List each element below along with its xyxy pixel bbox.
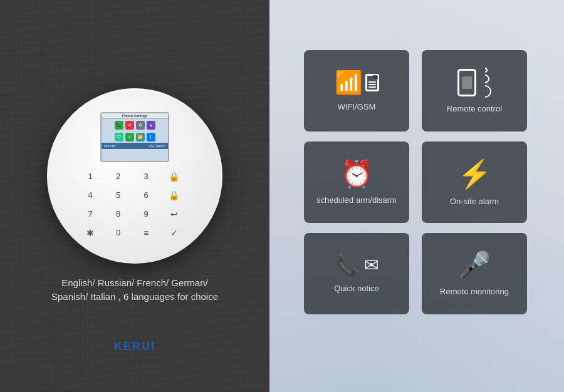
screen-icons-row1: 📞 ✕ ⚙ ● [112, 119, 158, 131]
phone-shape [457, 69, 476, 96]
key-1[interactable]: 1 [81, 170, 99, 183]
key-4[interactable]: 4 [81, 188, 99, 202]
sim-lines [368, 81, 376, 88]
keypad: 1 2 3 🔒 4 5 6 🔒 7 8 9 ↩ ✱ 0 ≡ ✓ [81, 170, 188, 240]
key-2[interactable]: 2 [110, 170, 127, 183]
notice-icons: 📞 ✉ [335, 254, 379, 277]
signal-waves-container [479, 68, 491, 98]
feature-remote-control: Remote control [422, 50, 527, 132]
wave-medium [479, 73, 491, 85]
key-3[interactable]: 3 [137, 170, 155, 183]
left-panel: Phone Settings 📞 ✕ ⚙ ● 🛡 ✓ 📶 ℹ ok.Enter … [0, 0, 269, 392]
clock-icon: ⏰ [340, 158, 373, 189]
scheduled-arm-label: scheduled arm/disarm [316, 195, 397, 206]
wifi-icon: 📶 [335, 70, 363, 96]
wifi-gsm-label: WIFI/GSM [338, 102, 376, 113]
quick-notice-label: Quick notice [334, 284, 379, 294]
screen-icon-dot: ● [147, 121, 155, 130]
remote-control-icon [457, 68, 491, 98]
notice-phone-icon: 📞 [335, 254, 360, 277]
brand-label: KERUI [114, 340, 155, 353]
key-check[interactable]: ✓ [165, 226, 183, 240]
screen-icon-wifi: 📶 [136, 133, 145, 142]
sim-icon [365, 74, 379, 91]
feature-scheduled-arm: ⏰ scheduled arm/disarm [304, 142, 409, 223]
right-panel: 📶 WIFI/GSM [269, 0, 564, 392]
feature-wifi-gsm: 📶 WIFI/GSM [304, 50, 409, 132]
feature-on-site-alarm: ⚡ On-site alarm [422, 142, 527, 223]
screen-icons-row2: 🛡 ✓ 📶 ℹ [112, 131, 158, 143]
screen-icon-gear: ⚙ [136, 121, 145, 130]
screen-icon-check: ✓ [125, 133, 134, 142]
wave-large [476, 82, 494, 100]
screen-bottom-bar: ok.Enter ESC.Return [102, 143, 168, 149]
sim-line1 [368, 81, 376, 83]
screen-icon-shield: 🛡 [115, 133, 123, 142]
key-7[interactable]: 7 [81, 207, 99, 221]
language-text: English/ Russian/ French/ German/ Spanis… [51, 276, 218, 304]
device: Phone Settings 📞 ✕ ⚙ ● 🛡 ✓ 📶 ℹ ok.Enter … [47, 88, 222, 264]
wave-small [481, 66, 488, 73]
wifi-sim-icon: 📶 [335, 70, 379, 96]
feature-remote-monitoring: 🎤 Remote monitoring [422, 233, 527, 314]
notice-envelope-icon: ✉ [364, 255, 379, 276]
screen-icon-phone: 📞 [115, 121, 123, 130]
feature-quick-notice: 📞 ✉ Quick notice [304, 233, 409, 314]
language-line1: English/ Russian/ French/ German/ [51, 276, 218, 291]
key-9[interactable]: 9 [137, 207, 155, 221]
language-line2: Spanish/ Italian , 6 languages for choic… [51, 290, 218, 304]
key-lock[interactable]: 🔒 [165, 170, 183, 183]
key-8[interactable]: 8 [110, 207, 127, 221]
lightning-icon: ⚡ [457, 158, 492, 190]
sim-line3 [368, 86, 376, 88]
key-star[interactable]: ✱ [81, 226, 99, 240]
remote-monitoring-label: Remote monitoring [440, 287, 509, 297]
key-back[interactable]: ↩ [165, 207, 183, 221]
key-5[interactable]: 5 [110, 188, 127, 202]
screen-title: Phone Settings [102, 113, 168, 119]
device-screen: Phone Settings 📞 ✕ ⚙ ● 🛡 ✓ 📶 ℹ ok.Enter … [100, 112, 169, 162]
remote-control-label: Remote control [447, 104, 502, 115]
sim-line2 [368, 84, 376, 85]
key-6[interactable]: 6 [137, 188, 155, 202]
on-site-alarm-label: On-site alarm [450, 197, 499, 207]
screen-icon-info: ℹ [147, 133, 155, 142]
key-lock2[interactable]: 🔒 [165, 188, 183, 202]
microphone-icon: 🎤 [458, 250, 491, 281]
screen-icon-x: ✕ [125, 121, 134, 130]
phone-screen [462, 76, 472, 89]
key-menu[interactable]: ≡ [137, 226, 155, 240]
key-0[interactable]: 0 [110, 226, 127, 240]
sim-notch [373, 75, 378, 79]
feature-grid: 📶 WIFI/GSM [304, 50, 530, 314]
